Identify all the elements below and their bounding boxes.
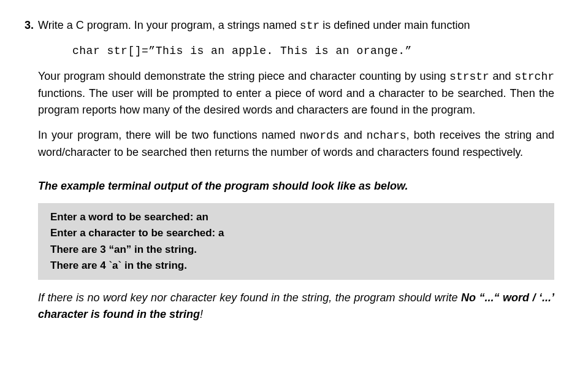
code-value: ”This is an apple. This is an orange.” (148, 45, 411, 57)
question-number: 3. (25, 17, 38, 34)
paragraph-description-2: In your program, there will be two funct… (38, 127, 554, 161)
footer-text-3: ! (200, 308, 203, 320)
code-strchr: strchr (514, 71, 554, 83)
terminal-line-3: There are 3 “an” in the string. (50, 242, 542, 258)
terminal-line-4: There are 4 `a` in the string. (50, 258, 542, 274)
code-prefix: char str[]= (72, 45, 148, 57)
code-strstr: strstr (449, 71, 489, 83)
question-row: 3. Write a C program. In your program, a… (25, 17, 554, 34)
terminal-line-2: Enter a character to be searched: a (50, 225, 542, 241)
example-heading: The example terminal output of the progr… (38, 178, 554, 195)
para2-text-2: and (489, 70, 514, 82)
code-nwords: nwords (300, 129, 340, 142)
para2-text-1: Your program should demonstrate the stri… (38, 70, 449, 82)
code-str: str (300, 20, 319, 32)
footer-note: If there is no word key nor character ke… (38, 290, 554, 323)
para3-text-2: and (340, 129, 367, 141)
para2-text-3: functions. The user will be prompted to … (38, 87, 554, 116)
paragraph-description-1: Your program should demonstrate the stri… (38, 68, 554, 118)
terminal-output-box: Enter a word to be searched: an Enter a … (38, 203, 554, 280)
para3-text-1: In your program, there will be two funct… (38, 129, 300, 141)
terminal-line-1: Enter a word to be searched: an (50, 209, 542, 225)
intro-text-2: is defined under main function (319, 19, 470, 31)
code-declaration: char str[]=”This is an apple. This is an… (72, 43, 554, 60)
code-nchars: nchars (367, 129, 407, 142)
footer-text-1: If there is no word key nor character ke… (38, 291, 461, 304)
question-intro: Write a C program. In your program, a st… (38, 17, 554, 34)
intro-text-1: Write a C program. In your program, a st… (38, 19, 300, 31)
